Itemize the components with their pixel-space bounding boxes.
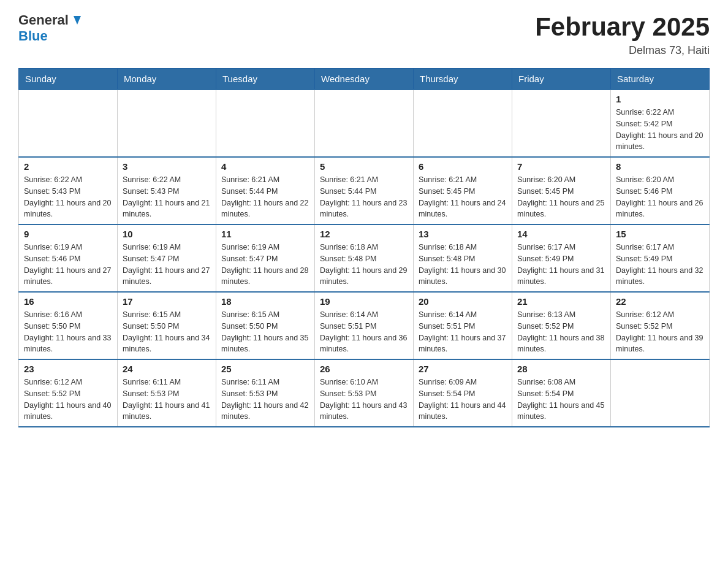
day-info: Sunrise: 6:09 AM Sunset: 5:54 PM Dayligh… [419, 377, 507, 423]
day-of-week-header: Tuesday [216, 69, 315, 90]
calendar-day-cell [414, 90, 512, 157]
day-of-week-header: Wednesday [315, 69, 414, 90]
calendar-header-row: SundayMondayTuesdayWednesdayThursdayFrid… [19, 69, 710, 90]
day-number: 6 [419, 161, 507, 172]
day-number: 21 [517, 296, 605, 307]
calendar-day-cell: 19Sunrise: 6:14 AM Sunset: 5:51 PM Dayli… [315, 292, 414, 359]
day-info: Sunrise: 6:19 AM Sunset: 5:46 PM Dayligh… [24, 242, 112, 288]
calendar-week-row: 16Sunrise: 6:16 AM Sunset: 5:50 PM Dayli… [19, 292, 710, 359]
day-number: 13 [419, 229, 507, 239]
day-info: Sunrise: 6:13 AM Sunset: 5:52 PM Dayligh… [517, 309, 605, 355]
day-number: 17 [123, 296, 211, 307]
calendar-day-cell: 8Sunrise: 6:20 AM Sunset: 5:46 PM Daylig… [611, 157, 710, 224]
calendar-day-cell: 22Sunrise: 6:12 AM Sunset: 5:52 PM Dayli… [611, 292, 710, 359]
calendar-day-cell: 23Sunrise: 6:12 AM Sunset: 5:52 PM Dayli… [19, 359, 118, 427]
calendar-day-cell: 7Sunrise: 6:20 AM Sunset: 5:45 PM Daylig… [512, 157, 611, 224]
logo-blue-text: Blue [18, 28, 83, 44]
calendar-day-cell: 1Sunrise: 6:22 AM Sunset: 5:42 PM Daylig… [611, 90, 710, 157]
calendar-day-cell: 5Sunrise: 6:21 AM Sunset: 5:44 PM Daylig… [315, 157, 414, 224]
day-number: 23 [24, 364, 112, 374]
day-number: 25 [221, 364, 309, 374]
calendar-day-cell: 26Sunrise: 6:10 AM Sunset: 5:53 PM Dayli… [315, 359, 414, 427]
calendar-day-cell [512, 90, 611, 157]
day-info: Sunrise: 6:19 AM Sunset: 5:47 PM Dayligh… [123, 242, 211, 288]
day-number: 15 [616, 229, 704, 239]
day-number: 11 [221, 229, 309, 239]
day-info: Sunrise: 6:22 AM Sunset: 5:43 PM Dayligh… [123, 174, 211, 220]
day-info: Sunrise: 6:12 AM Sunset: 5:52 PM Dayligh… [616, 309, 704, 355]
day-info: Sunrise: 6:14 AM Sunset: 5:51 PM Dayligh… [320, 309, 408, 355]
calendar-day-cell [315, 90, 414, 157]
day-number: 8 [616, 161, 704, 172]
day-of-week-header: Sunday [19, 69, 118, 90]
day-number: 9 [24, 229, 112, 239]
day-info: Sunrise: 6:12 AM Sunset: 5:52 PM Dayligh… [24, 377, 112, 423]
day-number: 18 [221, 296, 309, 307]
day-info: Sunrise: 6:20 AM Sunset: 5:45 PM Dayligh… [517, 174, 605, 220]
location-text: Delmas 73, Haiti [535, 44, 710, 57]
day-info: Sunrise: 6:21 AM Sunset: 5:44 PM Dayligh… [320, 174, 408, 220]
day-of-week-header: Monday [118, 69, 216, 90]
calendar-day-cell: 16Sunrise: 6:16 AM Sunset: 5:50 PM Dayli… [19, 292, 118, 359]
day-info: Sunrise: 6:22 AM Sunset: 5:43 PM Dayligh… [24, 174, 112, 220]
calendar-week-row: 23Sunrise: 6:12 AM Sunset: 5:52 PM Dayli… [19, 359, 710, 427]
calendar-day-cell: 10Sunrise: 6:19 AM Sunset: 5:47 PM Dayli… [118, 224, 216, 292]
calendar-week-row: 1Sunrise: 6:22 AM Sunset: 5:42 PM Daylig… [19, 90, 710, 157]
logo: General Blue [18, 12, 83, 44]
calendar-day-cell: 3Sunrise: 6:22 AM Sunset: 5:43 PM Daylig… [118, 157, 216, 224]
day-info: Sunrise: 6:08 AM Sunset: 5:54 PM Dayligh… [517, 377, 605, 423]
day-number: 7 [517, 161, 605, 172]
day-info: Sunrise: 6:19 AM Sunset: 5:47 PM Dayligh… [221, 242, 309, 288]
day-info: Sunrise: 6:21 AM Sunset: 5:45 PM Dayligh… [419, 174, 507, 220]
calendar-day-cell: 14Sunrise: 6:17 AM Sunset: 5:49 PM Dayli… [512, 224, 611, 292]
calendar-day-cell: 15Sunrise: 6:17 AM Sunset: 5:49 PM Dayli… [611, 224, 710, 292]
calendar-table: SundayMondayTuesdayWednesdayThursdayFrid… [18, 68, 710, 427]
day-of-week-header: Friday [512, 69, 611, 90]
day-number: 3 [123, 161, 211, 172]
day-info: Sunrise: 6:15 AM Sunset: 5:50 PM Dayligh… [221, 309, 309, 355]
day-number: 2 [24, 161, 112, 172]
day-number: 1 [616, 94, 704, 104]
calendar-day-cell: 11Sunrise: 6:19 AM Sunset: 5:47 PM Dayli… [216, 224, 315, 292]
day-of-week-header: Saturday [611, 69, 710, 90]
calendar-day-cell: 6Sunrise: 6:21 AM Sunset: 5:45 PM Daylig… [414, 157, 512, 224]
calendar-day-cell: 12Sunrise: 6:18 AM Sunset: 5:48 PM Dayli… [315, 224, 414, 292]
day-number: 22 [616, 296, 704, 307]
day-info: Sunrise: 6:20 AM Sunset: 5:46 PM Dayligh… [616, 174, 704, 220]
day-number: 14 [517, 229, 605, 239]
title-section: February 2025 Delmas 73, Haiti [535, 12, 710, 57]
day-info: Sunrise: 6:16 AM Sunset: 5:50 PM Dayligh… [24, 309, 112, 355]
calendar-day-cell: 25Sunrise: 6:11 AM Sunset: 5:53 PM Dayli… [216, 359, 315, 427]
day-number: 12 [320, 229, 408, 239]
day-number: 27 [419, 364, 507, 374]
day-number: 5 [320, 161, 408, 172]
day-info: Sunrise: 6:14 AM Sunset: 5:51 PM Dayligh… [419, 309, 507, 355]
page-header: General Blue February 2025 Delmas 73, Ha… [18, 12, 710, 57]
calendar-day-cell: 24Sunrise: 6:11 AM Sunset: 5:53 PM Dayli… [118, 359, 216, 427]
svg-marker-0 [74, 16, 81, 25]
calendar-day-cell [19, 90, 118, 157]
calendar-day-cell [216, 90, 315, 157]
calendar-day-cell: 20Sunrise: 6:14 AM Sunset: 5:51 PM Dayli… [414, 292, 512, 359]
day-info: Sunrise: 6:10 AM Sunset: 5:53 PM Dayligh… [320, 377, 408, 423]
calendar-day-cell: 28Sunrise: 6:08 AM Sunset: 5:54 PM Dayli… [512, 359, 611, 427]
logo-general-text: General [18, 12, 69, 28]
logo-triangle-icon [70, 13, 83, 27]
day-info: Sunrise: 6:22 AM Sunset: 5:42 PM Dayligh… [616, 107, 704, 153]
calendar-day-cell [118, 90, 216, 157]
day-number: 26 [320, 364, 408, 374]
calendar-week-row: 2Sunrise: 6:22 AM Sunset: 5:43 PM Daylig… [19, 157, 710, 224]
calendar-day-cell: 27Sunrise: 6:09 AM Sunset: 5:54 PM Dayli… [414, 359, 512, 427]
calendar-day-cell: 13Sunrise: 6:18 AM Sunset: 5:48 PM Dayli… [414, 224, 512, 292]
day-info: Sunrise: 6:18 AM Sunset: 5:48 PM Dayligh… [419, 242, 507, 288]
day-number: 24 [123, 364, 211, 374]
calendar-day-cell: 18Sunrise: 6:15 AM Sunset: 5:50 PM Dayli… [216, 292, 315, 359]
day-info: Sunrise: 6:17 AM Sunset: 5:49 PM Dayligh… [517, 242, 605, 288]
day-info: Sunrise: 6:18 AM Sunset: 5:48 PM Dayligh… [320, 242, 408, 288]
day-info: Sunrise: 6:11 AM Sunset: 5:53 PM Dayligh… [221, 377, 309, 423]
day-info: Sunrise: 6:11 AM Sunset: 5:53 PM Dayligh… [123, 377, 211, 423]
day-number: 28 [517, 364, 605, 374]
calendar-week-row: 9Sunrise: 6:19 AM Sunset: 5:46 PM Daylig… [19, 224, 710, 292]
calendar-day-cell: 17Sunrise: 6:15 AM Sunset: 5:50 PM Dayli… [118, 292, 216, 359]
calendar-day-cell: 21Sunrise: 6:13 AM Sunset: 5:52 PM Dayli… [512, 292, 611, 359]
